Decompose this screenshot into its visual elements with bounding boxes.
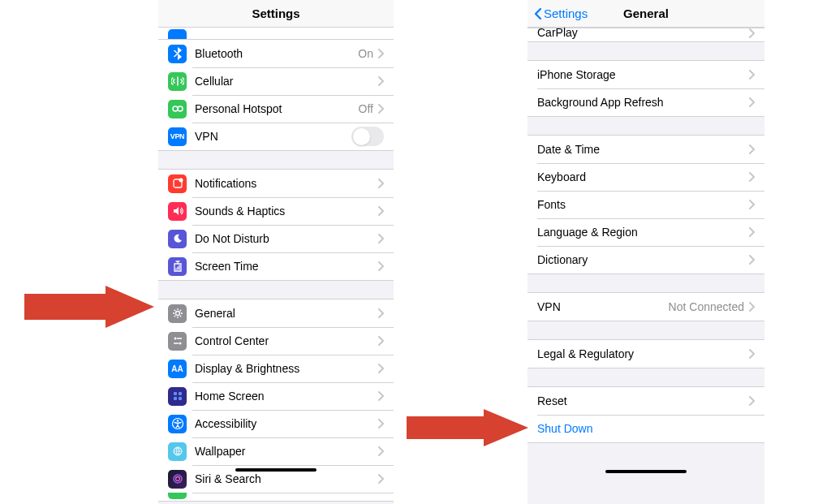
- settings-screen: Settings Bluetooth On Cellular Personal …: [158, 0, 394, 504]
- row-hotspot[interactable]: Personal Hotspot Off: [158, 95, 394, 123]
- chevron-right-icon: [749, 172, 755, 182]
- wallpaper-icon: [168, 442, 187, 461]
- screentime-icon: [168, 257, 187, 276]
- row-dnd[interactable]: Do Not Disturb: [158, 225, 394, 252]
- general-screen: Settings General CarPlay iPhone Storage …: [527, 0, 764, 504]
- chevron-right-icon: [378, 446, 384, 456]
- partial-row-bottom[interactable]: [158, 493, 394, 501]
- carplay-group: CarPlay: [527, 28, 764, 42]
- spacer: [527, 274, 764, 292]
- reset-group: Reset Shut Down: [527, 386, 764, 443]
- legal-group: Legal & Regulatory: [527, 339, 764, 368]
- chevron-right-icon: [378, 104, 384, 114]
- iphone-storage-label: iPhone Storage: [537, 68, 749, 81]
- chevron-right-icon: [749, 349, 755, 359]
- cellular-icon: [168, 72, 187, 91]
- nav-title: Settings: [252, 6, 299, 20]
- hotspot-label: Personal Hotspot: [195, 102, 359, 115]
- spacer: [527, 321, 764, 339]
- siri-icon: [168, 470, 187, 489]
- row-keyboard[interactable]: Keyboard: [527, 163, 764, 191]
- back-label: Settings: [544, 6, 588, 20]
- row-shutdown[interactable]: Shut Down: [527, 415, 764, 442]
- row-fonts[interactable]: Fonts: [527, 191, 764, 218]
- svg-rect-11: [174, 397, 177, 400]
- svg-point-7: [179, 342, 181, 345]
- nav-bar: Settings: [158, 0, 394, 28]
- row-general[interactable]: General: [158, 299, 394, 327]
- vpn-label: VPN: [195, 130, 351, 143]
- notifications-group: Notifications Sounds & Haptics Do Not Di…: [158, 169, 394, 281]
- row-dictionary[interactable]: Dictionary: [527, 246, 764, 274]
- partial-icon: [168, 29, 187, 39]
- chevron-right-icon: [378, 76, 384, 86]
- row-legal[interactable]: Legal & Regulatory: [527, 340, 764, 368]
- reset-label: Reset: [537, 394, 749, 407]
- accessibility-icon: [168, 415, 187, 433]
- row-sounds[interactable]: Sounds & Haptics: [158, 197, 394, 225]
- svg-point-16: [174, 475, 182, 483]
- chevron-right-icon: [749, 396, 755, 406]
- row-screentime[interactable]: Screen Time: [158, 252, 394, 280]
- row-cellular[interactable]: Cellular: [158, 67, 394, 95]
- siri-label: Siri & Search: [195, 472, 378, 485]
- control-center-label: Control Center: [195, 334, 378, 347]
- row-wallpaper[interactable]: Wallpaper: [158, 437, 394, 465]
- row-carplay[interactable]: CarPlay: [527, 28, 764, 41]
- chevron-right-icon: [749, 144, 755, 154]
- carplay-label: CarPlay: [537, 28, 749, 37]
- row-bluetooth[interactable]: Bluetooth On: [158, 40, 394, 67]
- row-reset[interactable]: Reset: [527, 387, 764, 415]
- row-accessibility[interactable]: Accessibility: [158, 410, 394, 437]
- sounds-icon: [168, 202, 187, 221]
- vpn-general-label: VPN: [537, 300, 669, 313]
- row-language-region[interactable]: Language & Region: [527, 218, 764, 246]
- home-screen-icon: [168, 387, 187, 406]
- connectivity-group: Bluetooth On Cellular Personal Hotspot O…: [158, 39, 394, 151]
- chevron-right-icon: [378, 49, 384, 58]
- spacer: [527, 117, 764, 135]
- bluetooth-label: Bluetooth: [195, 47, 358, 60]
- chevron-right-icon: [378, 419, 384, 429]
- row-vpn-general[interactable]: VPN Not Connected: [527, 293, 764, 321]
- home-screen-label: Home Screen: [195, 390, 378, 403]
- chevron-right-icon: [749, 97, 755, 107]
- row-notifications[interactable]: Notifications: [158, 170, 394, 197]
- general-icon: [168, 304, 187, 323]
- partial-row-top[interactable]: [158, 28, 394, 39]
- dnd-label: Do Not Disturb: [195, 232, 378, 245]
- chevron-right-icon: [378, 179, 384, 188]
- vpn-toggle[interactable]: [351, 127, 384, 146]
- row-vpn[interactable]: VPN VPN: [158, 123, 394, 150]
- notifications-label: Notifications: [195, 177, 378, 190]
- legal-label: Legal & Regulatory: [537, 347, 749, 360]
- spacer: [527, 42, 764, 60]
- row-control-center[interactable]: Control Center: [158, 327, 394, 355]
- row-iphone-storage[interactable]: iPhone Storage: [527, 61, 764, 88]
- datetime-group: Date & Time Keyboard Fonts Language & Re…: [527, 135, 764, 274]
- date-time-label: Date & Time: [537, 143, 749, 156]
- chevron-right-icon: [378, 308, 384, 318]
- sounds-label: Sounds & Haptics: [195, 205, 378, 218]
- row-display[interactable]: AA Display & Brightness: [158, 355, 394, 382]
- row-date-time[interactable]: Date & Time: [527, 136, 764, 163]
- spacer: [527, 368, 764, 386]
- svg-rect-9: [174, 392, 177, 395]
- home-indicator[interactable]: [605, 470, 687, 473]
- chevron-right-icon: [749, 255, 755, 265]
- nav-title: General: [623, 6, 669, 20]
- svg-point-0: [173, 106, 178, 111]
- notifications-icon: [168, 174, 187, 193]
- row-background-refresh[interactable]: Background App Refresh: [527, 88, 764, 116]
- back-button[interactable]: Settings: [534, 6, 588, 20]
- svg-point-17: [175, 477, 179, 481]
- chevron-right-icon: [378, 364, 384, 373]
- chevron-right-icon: [749, 200, 755, 209]
- display-icon: AA: [168, 360, 187, 378]
- chevron-right-icon: [378, 206, 384, 216]
- home-indicator[interactable]: [235, 468, 316, 472]
- row-home-screen[interactable]: Home Screen: [158, 382, 394, 410]
- vpn-group: VPN Not Connected: [527, 292, 764, 321]
- bluetooth-detail: On: [358, 47, 373, 60]
- vpn-icon: VPN: [168, 127, 187, 146]
